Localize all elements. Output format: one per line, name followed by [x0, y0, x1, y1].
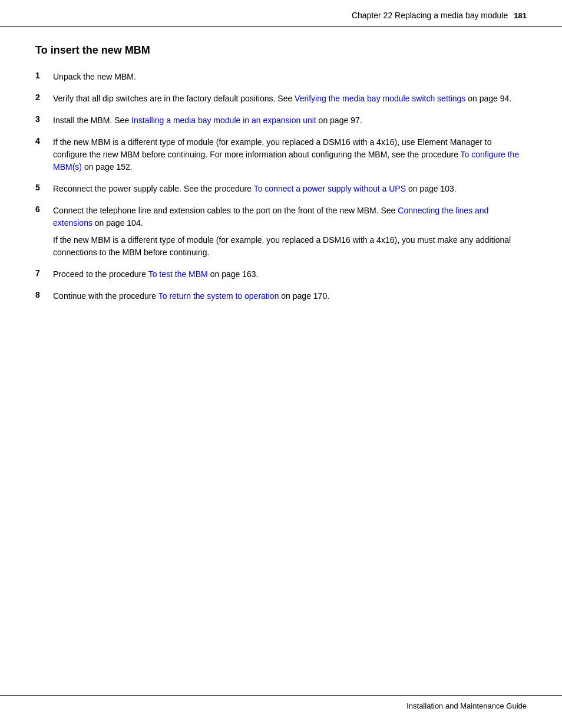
- step-link[interactable]: To return the system to operation: [158, 291, 279, 301]
- list-item: 4If the new MBM is a different type of m…: [35, 136, 527, 173]
- list-item: 3Install the MBM. See Installing a media…: [35, 114, 527, 127]
- step-link[interactable]: To test the MBM: [148, 269, 208, 279]
- step-paragraph: If the new MBM is a different type of mo…: [53, 136, 527, 173]
- list-item: 6Connect the telephone line and extensio…: [35, 205, 527, 259]
- step-paragraph: Unpack the new MBM.: [53, 71, 527, 83]
- step-number: 8: [35, 290, 53, 299]
- step-content: Unpack the new MBM.: [53, 71, 527, 83]
- step-link[interactable]: Installing a media bay module in an expa…: [131, 116, 316, 125]
- step-link[interactable]: To configure the MBM(s): [53, 150, 519, 172]
- footer-text: Installation and Maintenance Guide: [406, 701, 527, 710]
- page-container: Chapter 22 Replacing a media bay module …: [0, 0, 562, 728]
- step-link[interactable]: Connecting the lines and extensions: [53, 206, 488, 228]
- step-paragraph: If the new MBM is a different type of mo…: [53, 234, 527, 259]
- page-footer: Installation and Maintenance Guide: [0, 695, 562, 716]
- step-content: Verify that all dip switches are in the …: [53, 93, 527, 105]
- list-item: 5Reconnect the power supply cable. See t…: [35, 183, 527, 195]
- step-number: 2: [35, 93, 53, 102]
- page-header: Chapter 22 Replacing a media bay module …: [0, 0, 562, 27]
- section-title: To insert the new MBM: [35, 44, 527, 57]
- step-content: Connect the telephone line and extension…: [53, 205, 527, 259]
- header-page-number: 181: [514, 11, 527, 20]
- step-number: 5: [35, 183, 53, 192]
- steps-list: 1Unpack the new MBM.2Verify that all dip…: [35, 71, 527, 302]
- step-content: Proceed to the procedure To test the MBM…: [53, 268, 527, 281]
- step-content: Continue with the procedure To return th…: [53, 290, 527, 302]
- step-number: 3: [35, 114, 53, 124]
- step-paragraph: Verify that all dip switches are in the …: [53, 93, 527, 105]
- list-item: 1Unpack the new MBM.: [35, 71, 527, 83]
- step-number: 6: [35, 205, 53, 214]
- step-paragraph: Install the MBM. See Installing a media …: [53, 114, 527, 127]
- header-chapter-text: Chapter 22 Replacing a media bay module: [35, 11, 508, 20]
- step-content: If the new MBM is a different type of mo…: [53, 136, 527, 173]
- step-number: 1: [35, 71, 53, 80]
- list-item: 8Continue with the procedure To return t…: [35, 290, 527, 302]
- step-content: Reconnect the power supply cable. See th…: [53, 183, 527, 195]
- step-number: 7: [35, 268, 53, 278]
- step-number: 4: [35, 136, 53, 146]
- step-paragraph: Reconnect the power supply cable. See th…: [53, 183, 527, 195]
- step-link[interactable]: Verifying the media bay module switch se…: [295, 94, 465, 103]
- list-item: 7Proceed to the procedure To test the MB…: [35, 268, 527, 281]
- step-paragraph: Connect the telephone line and extension…: [53, 205, 527, 229]
- step-link[interactable]: To connect a power supply without a UPS: [254, 184, 406, 193]
- step-paragraph: Continue with the procedure To return th…: [53, 290, 527, 302]
- step-content: Install the MBM. See Installing a media …: [53, 114, 527, 127]
- list-item: 2Verify that all dip switches are in the…: [35, 93, 527, 105]
- step-paragraph: Proceed to the procedure To test the MBM…: [53, 268, 527, 281]
- page-content: To insert the new MBM 1Unpack the new MB…: [0, 27, 562, 347]
